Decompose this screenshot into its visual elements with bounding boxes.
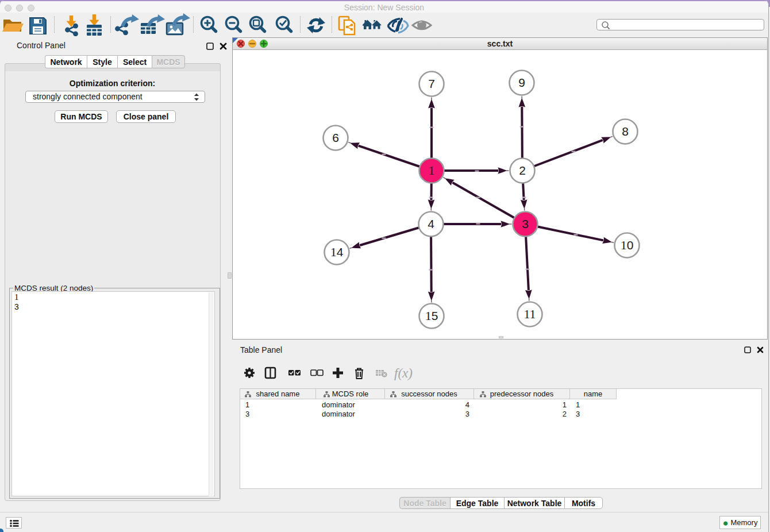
svg-text:1: 1 bbox=[429, 163, 435, 178]
svg-text:6: 6 bbox=[332, 131, 339, 144]
svg-text:3: 3 bbox=[522, 217, 529, 230]
svg-text:15: 15 bbox=[425, 309, 438, 323]
svg-text:14: 14 bbox=[330, 245, 344, 259]
svg-text:11: 11 bbox=[523, 307, 536, 321]
svg-text:2: 2 bbox=[519, 164, 526, 177]
svg-text:9: 9 bbox=[518, 76, 525, 89]
svg-text:7: 7 bbox=[428, 77, 435, 90]
svg-text:4: 4 bbox=[428, 217, 434, 230]
svg-text:10: 10 bbox=[621, 238, 634, 252]
svg-text:f(x): f(x) bbox=[394, 366, 413, 380]
svg-text:8: 8 bbox=[622, 125, 629, 138]
